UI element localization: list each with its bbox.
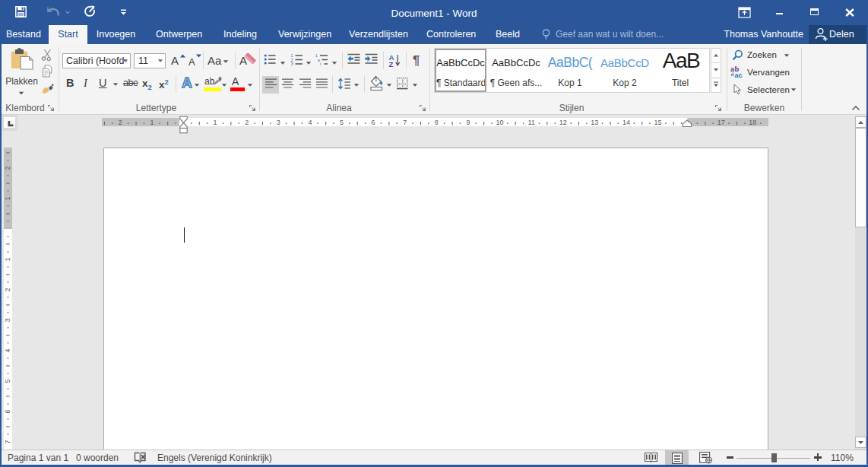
svg-text:A: A <box>182 75 192 91</box>
svg-text:6: 6 <box>372 119 375 126</box>
svg-text:i: i <box>320 62 321 65</box>
svg-text:3: 3 <box>4 318 11 322</box>
svg-text:1: 1 <box>214 119 217 126</box>
svg-text:15: 15 <box>654 119 661 126</box>
svg-text:3: 3 <box>277 119 280 126</box>
svg-text:17: 17 <box>718 119 725 126</box>
svg-text:1: 1 <box>150 119 154 126</box>
svg-text:14: 14 <box>622 119 630 126</box>
svg-text:1: 1 <box>4 257 11 261</box>
svg-text:18: 18 <box>749 119 756 126</box>
svg-text:11: 11 <box>527 119 534 126</box>
svg-text:6: 6 <box>4 409 11 413</box>
svg-text:2: 2 <box>4 288 11 291</box>
svg-text:Z: Z <box>389 60 394 68</box>
svg-text:5: 5 <box>340 119 344 126</box>
svg-text:3: 3 <box>291 62 293 65</box>
svg-text:10: 10 <box>496 119 503 126</box>
svg-text:8: 8 <box>435 119 439 126</box>
svg-text:2: 2 <box>245 119 249 126</box>
svg-text:9: 9 <box>466 119 470 126</box>
svg-text:5: 5 <box>4 379 11 383</box>
svg-text:12: 12 <box>559 119 567 126</box>
svg-text:2: 2 <box>119 119 122 126</box>
svg-text:4: 4 <box>308 119 312 126</box>
svg-text:ac: ac <box>735 71 743 78</box>
svg-text:7: 7 <box>4 440 11 443</box>
svg-text:13: 13 <box>591 119 598 126</box>
svg-text:2: 2 <box>4 166 11 170</box>
svg-text:4: 4 <box>4 348 11 352</box>
svg-text:1: 1 <box>4 196 11 200</box>
svg-text:7: 7 <box>403 119 407 126</box>
